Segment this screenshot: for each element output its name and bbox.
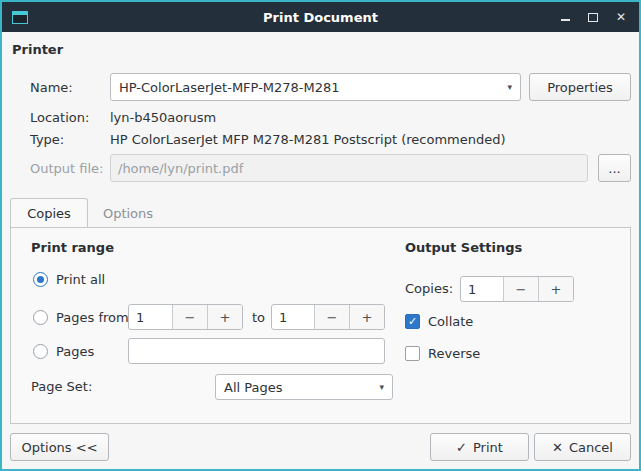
collate-checkbox[interactable]: ✓ <box>405 314 420 329</box>
copies-plus-button[interactable]: + <box>538 277 573 301</box>
maximize-icon <box>588 13 598 22</box>
cancel-button-label: Cancel <box>569 440 613 455</box>
print-all-label: Print all <box>56 272 105 288</box>
window-controls: ✕ <box>555 7 631 27</box>
pages-to-label: to <box>252 310 265 326</box>
reverse-label: Reverse <box>428 346 480 362</box>
minimize-icon <box>561 19 570 21</box>
copies-spinbox: 1 − + <box>460 276 574 302</box>
printer-section-label: Printer <box>12 42 63 57</box>
tab-options[interactable]: Options <box>88 198 168 226</box>
check-icon: ✓ <box>456 440 467 455</box>
output-file-input: /home/lyn/print.pdf <box>110 154 588 182</box>
check-icon: ✓ <box>408 315 417 328</box>
options-toggle-button[interactable]: Options << <box>10 433 109 461</box>
output-file-label: Output file: <box>30 154 103 182</box>
pages-to-value[interactable]: 1 <box>272 305 314 329</box>
output-settings-section-label: Output Settings <box>405 240 522 255</box>
print-button[interactable]: ✓ Print <box>430 433 529 461</box>
pages-from-plus-button[interactable]: + <box>207 305 242 329</box>
browse-output-file-button[interactable]: ... <box>598 154 631 182</box>
titlebar: Print Document ✕ <box>2 2 639 32</box>
printer-name-label: Name: <box>30 73 73 101</box>
copies-tab-panel: Print range Print all Pages from 1 − + t… <box>10 227 631 424</box>
collate-label: Collate <box>428 314 473 330</box>
page-set-value: All Pages <box>224 380 283 395</box>
tab-options-label: Options <box>103 206 153 221</box>
pages-label: Pages <box>56 344 94 360</box>
pages-to-spinbox: 1 − + <box>271 304 385 330</box>
print-button-label: Print <box>473 440 503 455</box>
printer-location-value: lyn-b450aorusm <box>110 107 216 127</box>
dialog-content: Printer Name: HP-ColorLaserJet-MFP-M278-… <box>2 32 639 469</box>
page-set-label: Page Set: <box>31 379 92 395</box>
print-dialog-window: Print Document ✕ Printer Name: HP-ColorL… <box>0 0 641 471</box>
printer-name-value: HP-ColorLaserJet-MFP-M278-M281 <box>119 80 340 95</box>
pages-from-value[interactable]: 1 <box>129 305 172 329</box>
printer-name-select[interactable]: HP-ColorLaserJet-MFP-M278-M281 ▾ <box>110 73 521 101</box>
chevron-down-icon: ▾ <box>507 82 512 92</box>
printer-type-value: HP ColorLaserJet MFP M278-M281 Postscrip… <box>110 129 506 149</box>
printer-location-label: Location: <box>30 107 89 127</box>
maximize-button[interactable] <box>583 7 603 27</box>
cancel-button[interactable]: ✕ Cancel <box>534 433 631 461</box>
pages-from-minus-button[interactable]: − <box>172 305 207 329</box>
chevron-down-icon: ▾ <box>379 382 384 392</box>
close-button[interactable]: ✕ <box>611 7 631 27</box>
page-set-select[interactable]: All Pages ▾ <box>215 374 393 400</box>
tab-bar: Copies Options <box>10 198 631 227</box>
printer-type-label: Type: <box>30 129 64 149</box>
window-title: Print Document <box>2 10 639 25</box>
pages-from-spinbox: 1 − + <box>128 304 243 330</box>
tab-copies[interactable]: Copies <box>10 198 88 227</box>
pages-radio[interactable] <box>33 344 48 359</box>
pages-input[interactable] <box>128 338 385 364</box>
print-range-section-label: Print range <box>31 240 114 255</box>
copies-label: Copies: <box>405 281 453 297</box>
tab-copies-label: Copies <box>27 206 71 221</box>
copies-minus-button[interactable]: − <box>503 277 538 301</box>
print-all-radio[interactable] <box>33 272 48 287</box>
copies-value[interactable]: 1 <box>461 277 503 301</box>
pages-from-label: Pages from <box>56 310 129 326</box>
pages-from-radio[interactable] <box>33 310 48 325</box>
pages-to-minus-button[interactable]: − <box>314 305 349 329</box>
reverse-checkbox[interactable] <box>405 346 420 361</box>
minimize-button[interactable] <box>555 7 575 27</box>
pages-to-plus-button[interactable]: + <box>349 305 384 329</box>
close-icon: ✕ <box>552 440 563 455</box>
properties-button[interactable]: Properties <box>529 73 631 101</box>
window-icon <box>12 11 28 24</box>
close-icon: ✕ <box>616 11 626 23</box>
